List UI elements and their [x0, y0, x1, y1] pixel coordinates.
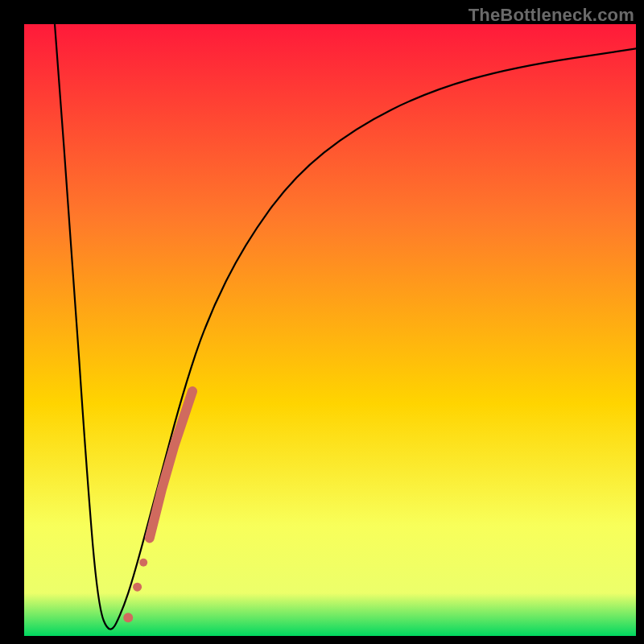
marker-dot	[139, 559, 147, 567]
chart-frame	[24, 24, 636, 636]
marker-dot	[123, 613, 133, 622]
bottleneck-curve	[24, 24, 636, 636]
marker-dot	[133, 583, 142, 592]
watermark-text: TheBottleneck.com	[469, 5, 634, 26]
marker-segment	[150, 391, 192, 538]
